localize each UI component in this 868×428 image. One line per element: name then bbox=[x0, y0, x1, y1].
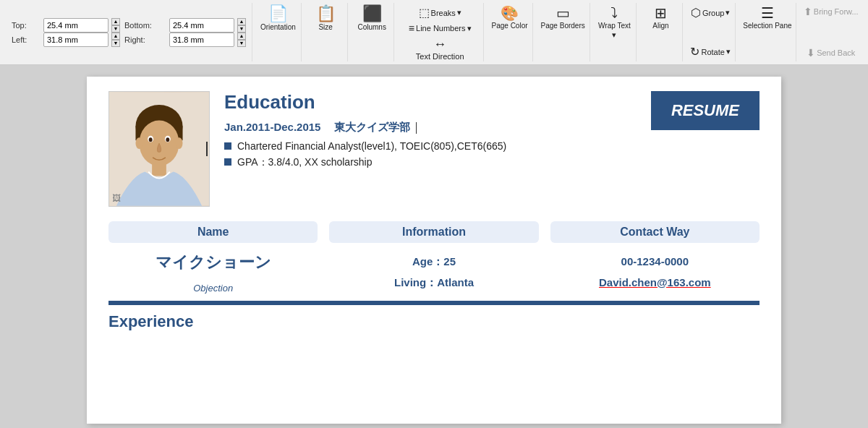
page-color-button[interactable]: 🎨 Page Color bbox=[489, 4, 531, 32]
rotate-arrow: ▾ bbox=[726, 47, 731, 56]
bullet-text-2: GPA：3.8/4.0, XX scholarship bbox=[237, 156, 373, 169]
wrap-text-label: Wrap Text bbox=[598, 22, 631, 30]
page-color-icon: 🎨 bbox=[501, 6, 519, 20]
columns-label: Columns bbox=[357, 23, 386, 32]
name-column: Name マイクショーン Objection bbox=[109, 221, 318, 294]
align-group: ⊞ Align bbox=[639, 3, 683, 61]
info-label-box: Information bbox=[329, 221, 538, 243]
top-label: Top: bbox=[12, 21, 39, 30]
image-icon: 🖼 bbox=[112, 193, 121, 203]
columns-icon: ⬛ bbox=[362, 6, 382, 22]
send-back-icon: ⬇ bbox=[807, 47, 815, 59]
top-spin-down[interactable]: ▼ bbox=[111, 25, 120, 33]
breaks-button[interactable]: ⬚ Breaks ▾ bbox=[416, 4, 464, 21]
resume-badge: RESUME bbox=[651, 91, 760, 130]
right-input[interactable] bbox=[169, 33, 234, 47]
education-section: Education Jan.2011-Dec.2015 東大クイズ学部 Char… bbox=[224, 91, 637, 174]
bottom-spin-down[interactable]: ▼ bbox=[237, 25, 246, 33]
resume-header: 🖼 Education Jan.2011-Dec.2015 東大クイズ学部 Ch… bbox=[109, 91, 760, 207]
group-label: Group bbox=[702, 9, 725, 17]
page-area: 🖼 Education Jan.2011-Dec.2015 東大クイズ学部 Ch… bbox=[0, 65, 868, 428]
align-label: Align bbox=[652, 22, 668, 30]
email-text: David.chen@163.com bbox=[599, 273, 711, 294]
orientation-label: Orientation bbox=[260, 23, 296, 32]
align-button[interactable]: ⊞ Align bbox=[644, 4, 676, 32]
columns-button[interactable]: ⬛ Columns bbox=[354, 4, 388, 33]
svg-point-9 bbox=[176, 137, 183, 149]
top-input[interactable] bbox=[43, 18, 109, 33]
ribbon: Top: ▲ ▼ Bottom: ▲ ▼ Left: ▲ ▼ Right: ▲ bbox=[0, 0, 868, 65]
svg-rect-10 bbox=[152, 163, 166, 176]
page-borders-icon: ▭ bbox=[556, 6, 570, 20]
order-group: ⬆ Bring Forw... ⬇ Send Back bbox=[799, 3, 862, 61]
selection-pane-icon: ☰ bbox=[761, 6, 774, 20]
info-content: Age：25 Living：Atlanta bbox=[394, 252, 474, 293]
text-dir-row: ↔ Text Direction bbox=[413, 35, 467, 62]
text-direction-button[interactable]: ↔ Text Direction bbox=[413, 35, 467, 62]
bring-forward-icon: ⬆ bbox=[804, 6, 812, 17]
line-numbers-button[interactable]: ≡ Line Numbers ▾ bbox=[406, 21, 475, 35]
bottom-spin-up[interactable]: ▲ bbox=[237, 18, 246, 25]
bottom-label: Bottom: bbox=[124, 21, 165, 30]
right-spin-up[interactable]: ▲ bbox=[237, 33, 246, 40]
rotate-icon: ↻ bbox=[690, 45, 699, 59]
name-jp: マイクショーン bbox=[156, 252, 271, 274]
top-spinner[interactable]: ▲ ▼ bbox=[111, 18, 120, 33]
bullet-square-2 bbox=[224, 158, 231, 166]
bring-forward-label: Bring Forw... bbox=[814, 7, 859, 16]
breaks-label: Breaks bbox=[431, 9, 456, 17]
orientation-icon: 📄 bbox=[268, 6, 288, 22]
left-spin-down[interactable]: ▼ bbox=[111, 40, 120, 47]
information-column: Information Age：25 Living：Atlanta bbox=[329, 221, 538, 294]
send-back-button[interactable]: ⬇ Send Back bbox=[804, 46, 858, 60]
columns-group: ⬛ Columns bbox=[351, 3, 394, 61]
cursor-indicator bbox=[416, 122, 417, 134]
name-label-box: Name bbox=[109, 221, 318, 243]
group-arrow: ▾ bbox=[726, 8, 730, 17]
right-spinner[interactable]: ▲ ▼ bbox=[237, 33, 246, 47]
selection-pane-button[interactable]: ☰ Selection Pane bbox=[740, 4, 794, 32]
left-input[interactable] bbox=[43, 33, 109, 47]
breaks-group: ⬚ Breaks ▾ ≡ Line Numbers ▾ ↔ Text Direc… bbox=[397, 3, 484, 61]
selection-pane-label: Selection Pane bbox=[743, 22, 791, 30]
name-sub: Objection bbox=[193, 283, 233, 294]
document-page: 🖼 Education Jan.2011-Dec.2015 東大クイズ学部 Ch… bbox=[87, 77, 781, 424]
svg-point-6 bbox=[149, 137, 153, 142]
experience-section: Experience bbox=[109, 305, 760, 331]
size-button[interactable]: 📋 Size bbox=[310, 4, 341, 33]
contact-content: 00-1234-0000 David.chen@163.com bbox=[599, 252, 711, 293]
left-spin-up[interactable]: ▲ bbox=[111, 33, 120, 40]
date-range: Jan.2011-Dec.2015 bbox=[224, 121, 320, 133]
bottom-input[interactable] bbox=[169, 18, 234, 33]
bring-forward-button[interactable]: ⬆ Bring Forw... bbox=[801, 4, 861, 19]
rotate-button[interactable]: ↻ Rotate ▾ bbox=[687, 43, 733, 60]
university-jp: 東大クイズ学部 bbox=[334, 121, 410, 133]
rotate-label: Rotate bbox=[701, 48, 724, 56]
left-spinner[interactable]: ▲ ▼ bbox=[111, 33, 120, 47]
wrap-text-icon: ⤵ bbox=[610, 6, 618, 20]
orientation-button[interactable]: 📄 Orientation bbox=[258, 4, 299, 33]
page-borders-button[interactable]: ▭ Page Borders bbox=[538, 4, 588, 32]
group-button[interactable]: ⬡ Group ▾ bbox=[688, 4, 733, 21]
breaks-arrow: ▾ bbox=[457, 8, 461, 17]
size-group: 📋 Size bbox=[305, 3, 348, 61]
line-numbers-arrow: ▾ bbox=[467, 24, 472, 33]
orientation-group: 📄 Orientation bbox=[255, 3, 302, 61]
age-text: Age：25 bbox=[394, 252, 474, 273]
experience-title: Experience bbox=[109, 312, 760, 331]
breaks-icon: ⬚ bbox=[419, 6, 430, 20]
top-spin-up[interactable]: ▲ bbox=[111, 18, 120, 25]
right-spin-down[interactable]: ▼ bbox=[237, 40, 246, 47]
size-icon: 📋 bbox=[316, 6, 336, 22]
breaks-top: ⬚ Breaks ▾ bbox=[416, 4, 464, 21]
bullet-item-1: Chartered Financial Analyst(level1), TOE… bbox=[224, 140, 637, 152]
contact-column: Contact Way 00-1234-0000 David.chen@163.… bbox=[550, 221, 760, 294]
contact-label-box: Contact Way bbox=[550, 221, 760, 243]
edu-dates: Jan.2011-Dec.2015 東大クイズ学部 bbox=[224, 121, 637, 134]
left-label: Left: bbox=[12, 35, 39, 44]
phone-text: 00-1234-0000 bbox=[599, 252, 711, 273]
wrap-text-button[interactable]: ⤵ Wrap Text ▾ bbox=[595, 4, 634, 41]
line-numbers-row: ≡ Line Numbers ▾ bbox=[406, 21, 475, 35]
bottom-spinner[interactable]: ▲ ▼ bbox=[237, 18, 246, 33]
cursor-bar bbox=[206, 142, 208, 156]
